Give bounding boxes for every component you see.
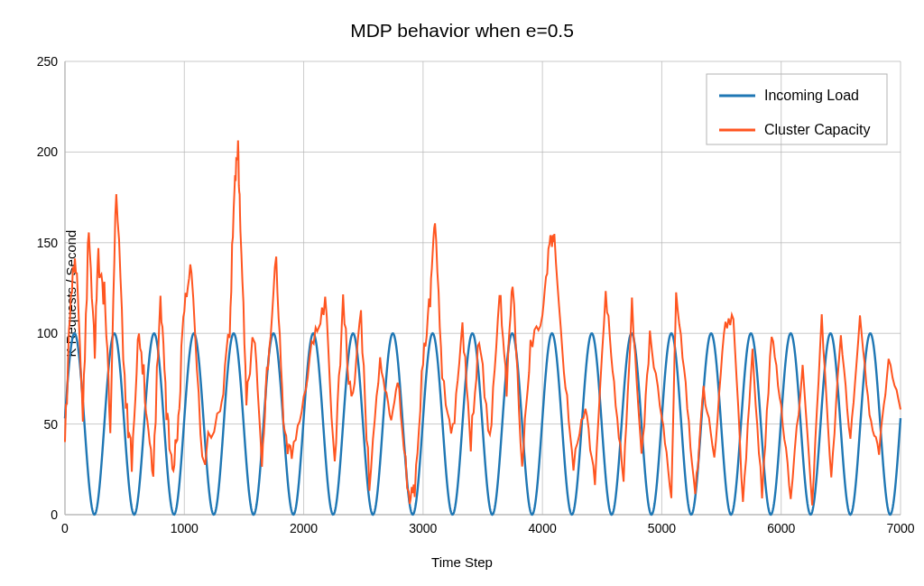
x-tick-label: 7000 (886, 521, 914, 535)
y-tick-label: 0 (51, 507, 58, 522)
x-tick-label: 6000 (767, 521, 795, 535)
legend-label: Incoming Load (764, 88, 859, 103)
series-cluster-capacity (65, 141, 901, 506)
y-tick-label: 100 (37, 326, 59, 340)
x-tick-label: 4000 (529, 521, 557, 535)
chart-svg: 0501001502002500100020003000400050006000… (0, 0, 924, 586)
x-tick-label: 3000 (409, 521, 437, 535)
y-tick-label: 50 (43, 417, 58, 432)
x-tick-label: 5000 (648, 521, 676, 535)
legend-label: Cluster Capacity (764, 122, 870, 137)
y-tick-label: 200 (37, 144, 59, 159)
chart-container: MDP behavior when e=0.5 K Requests / Sec… (0, 0, 924, 586)
x-tick-label: 1000 (171, 521, 199, 535)
y-tick-label: 250 (37, 54, 59, 69)
x-tick-label: 2000 (290, 521, 318, 535)
x-tick-label: 0 (61, 521, 69, 535)
y-tick-label: 150 (37, 236, 59, 250)
